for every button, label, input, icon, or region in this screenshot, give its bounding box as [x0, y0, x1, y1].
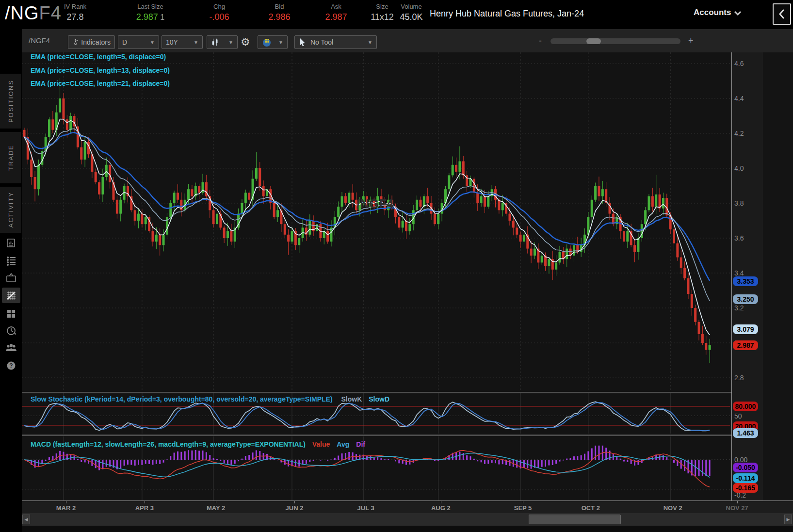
- scrollbar-thumb[interactable]: [529, 515, 621, 524]
- zoom-slider-track[interactable]: [550, 38, 680, 44]
- report-icon: [5, 237, 17, 249]
- ema13-study-label[interactable]: EMA (price=CLOSE, length=13, displace=0): [31, 66, 170, 74]
- cursor-icon: [299, 38, 307, 47]
- chevron-down-icon: ▼: [145, 40, 155, 45]
- chevron-left-icon: [778, 9, 785, 19]
- axis-bubble-80.000: 80.000: [733, 402, 758, 411]
- range-dropdown[interactable]: 10Y▼: [162, 35, 203, 49]
- history-icon-button[interactable]: [2, 323, 20, 339]
- date-tick: [673, 501, 673, 503]
- chevron-down-icon: ▼: [274, 40, 283, 45]
- price-tick-4.6: 4.6: [734, 60, 744, 67]
- axis-bubble-3.353: 3.353: [733, 276, 758, 286]
- indicators-label: Indicators: [81, 38, 111, 46]
- svg-text:?: ?: [9, 362, 13, 369]
- date-tick: [366, 501, 366, 503]
- header-field-volume: Volume45.0K: [400, 3, 422, 22]
- sidebar-tab-positions[interactable]: POSITIONS: [0, 74, 21, 129]
- bottom-left-corner: [0, 513, 22, 532]
- stochastic-label-text: Slow Stochastic (kPeriod=14, dPeriod=3, …: [31, 395, 333, 403]
- horizontal-scrollbar[interactable]: ◀ ▶: [22, 513, 793, 526]
- date-tick: [737, 501, 738, 503]
- date-tick: [591, 501, 591, 503]
- sidebar-tab-label: POSITIONS: [7, 80, 15, 123]
- price-tick-4.0: 4.0: [734, 164, 744, 172]
- candlestick-icon: [211, 38, 220, 47]
- price-tick-4.4: 4.4: [734, 95, 744, 102]
- axis-bubble-3.250: 3.250: [733, 294, 758, 304]
- gear-icon[interactable]: ⚙: [241, 35, 250, 49]
- ema5-study-label[interactable]: EMA (price=CLOSE, length=5, displace=0): [31, 53, 166, 61]
- date-label-sep-5: SEP 5: [514, 504, 532, 512]
- people-icon-button[interactable]: [2, 340, 20, 355]
- globe-grid-icon: [262, 37, 272, 47]
- date-label-jul-3: JUL 3: [357, 504, 374, 512]
- chevron-down-icon: ▼: [363, 40, 372, 45]
- symbol-suffix: F4: [39, 3, 62, 23]
- report-icon-button[interactable]: [2, 235, 20, 251]
- indicators-button[interactable]: Indicators: [68, 35, 115, 49]
- header-field-iv-rank: IV Rank27.8: [64, 3, 86, 22]
- legend-dif: Dif: [356, 440, 365, 448]
- date-label-aug-2: AUG 2: [431, 504, 451, 512]
- macd-study-label[interactable]: MACD (fastLength=12, slowLength=26, macd…: [31, 440, 372, 448]
- legend-avg: Avg: [337, 440, 349, 448]
- watchlist-icon-button[interactable]: [2, 253, 20, 269]
- chart-icon: [5, 290, 17, 301]
- date-label-may-2: MAY 2: [207, 504, 225, 512]
- bottom-strip: [22, 526, 793, 532]
- chart-type-dropdown[interactable]: ▼: [207, 35, 238, 49]
- price-tick-3.4: 3.4: [734, 269, 744, 277]
- ema21-study-label[interactable]: EMA (price=CLOSE, length=21, displace=0): [31, 80, 170, 87]
- watchlist-icon: [5, 255, 17, 267]
- date-tick: [441, 501, 441, 503]
- timeframe-value: D: [122, 38, 127, 46]
- scroll-right-button[interactable]: ▶: [784, 515, 792, 524]
- header-field-last-size: Last Size2.987 1: [136, 3, 164, 22]
- collapse-panel-button[interactable]: [773, 3, 791, 25]
- zoom-slider-thumb[interactable]: [586, 38, 601, 44]
- date-tick: [66, 501, 66, 503]
- date-label-mar-2: MAR 2: [56, 504, 76, 512]
- accounts-menu[interactable]: Accounts: [694, 8, 742, 17]
- header-field-bid: Bid2.986: [268, 3, 290, 22]
- history-icon: [5, 325, 17, 337]
- date-axis[interactable]: MAR 2APR 3MAY 2JUN 2JUL 3AUG 2SEP 5OCT 2…: [22, 500, 793, 514]
- indicators-icon: [72, 38, 79, 47]
- legend-slowk: SlowK: [341, 395, 362, 403]
- date-label-oct-2: OCT 2: [582, 504, 600, 512]
- zoom-out-button[interactable]: -: [539, 35, 542, 47]
- chart-toolbar: /NGF4 Indicators D▼ 10Y▼ ▼ ⚙ ▼ No Tool▼ …: [22, 29, 793, 52]
- tv-icon-button[interactable]: [2, 270, 20, 286]
- chart-watermark: /NGF4: [356, 196, 394, 211]
- chart-icon-button[interactable]: [2, 288, 20, 303]
- header-bar: /NGF4 IV Rank27.8Last Size2.987 1Chg-.00…: [0, 0, 793, 29]
- date-tick: [145, 501, 145, 503]
- grid-icon-button[interactable]: [2, 306, 20, 322]
- date-tick: [216, 501, 216, 503]
- people-icon: [5, 342, 17, 354]
- price-chart[interactable]: [22, 52, 731, 392]
- axis-bubble-2.987: 2.987: [733, 340, 758, 350]
- date-label-nov-2: NOV 2: [664, 504, 682, 512]
- zoom-in-button[interactable]: +: [688, 35, 694, 47]
- symbol-title: /NGF4: [5, 3, 62, 24]
- stochastic-study-label[interactable]: Slow Stochastic (kPeriod=14, dPeriod=3, …: [31, 395, 396, 403]
- chevron-down-icon: ▼: [224, 40, 233, 45]
- price-tick-2.8: 2.8: [734, 374, 744, 382]
- panel-divider[interactable]: [22, 435, 731, 436]
- sidebar-tab-activity[interactable]: ACTIVITY: [0, 187, 21, 233]
- chart-layout-dropdown[interactable]: ▼: [258, 35, 288, 49]
- scroll-left-button[interactable]: ◀: [22, 515, 30, 524]
- timeframe-dropdown[interactable]: D▼: [118, 35, 159, 49]
- left-sidebar: POSITIONSTRADEACTIVITY ?: [0, 29, 22, 532]
- sidebar-tab-trade[interactable]: TRADE: [0, 132, 21, 183]
- drawing-tool-dropdown[interactable]: No Tool▼: [294, 35, 377, 49]
- axis-bubble--0.114: -0.114: [733, 473, 758, 483]
- price-tick-3.2: 3.2: [734, 304, 744, 312]
- tv-icon: [5, 272, 17, 284]
- help-icon-button[interactable]: ?: [2, 358, 20, 373]
- axis-bubble-1.463: 1.463: [733, 428, 758, 438]
- header-field-chg: Chg-.006: [209, 3, 229, 22]
- tool-label: No Tool: [310, 38, 333, 46]
